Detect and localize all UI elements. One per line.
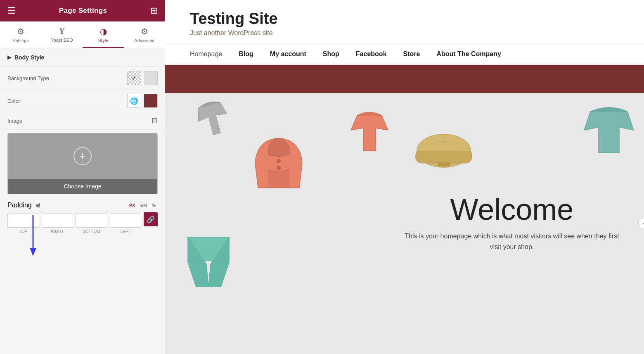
image-monitor-icon: 🖥 xyxy=(150,116,158,125)
color-swatch[interactable] xyxy=(144,94,158,108)
padding-bottom-label: BOTTOM xyxy=(83,229,100,234)
padding-section: Padding 🖥 PX EM % TOP RIGHT xyxy=(0,197,165,239)
padding-monitor-icon: 🖥 xyxy=(34,202,41,209)
main-content: Testing Site Just another WordPress site… xyxy=(165,0,644,354)
svg-point-5 xyxy=(277,159,281,163)
unit-px-btn[interactable]: PX xyxy=(128,202,137,209)
hero-banner xyxy=(165,65,644,93)
background-type-solid-btn[interactable]: ✓ xyxy=(127,71,141,85)
link-padding-button[interactable]: 🔗 xyxy=(144,212,158,226)
image-label: Image xyxy=(7,118,150,124)
hero-content: ‹ xyxy=(165,93,644,354)
yoast-icon: Y xyxy=(59,27,65,36)
page-settings-title: Page Settings xyxy=(59,7,107,15)
welcome-heading: Welcome xyxy=(405,195,619,224)
padding-bottom-input[interactable] xyxy=(76,214,107,228)
tab-settings-label: Settings xyxy=(12,38,29,43)
clothing-tan-cap xyxy=(413,126,475,176)
tab-yoast-label: Yoast SEO xyxy=(51,38,73,43)
color-row: Color 🌐 xyxy=(0,90,165,112)
background-type-image-btn[interactable] xyxy=(144,71,158,85)
hamburger-icon[interactable]: ☰ xyxy=(7,5,16,16)
svg-marker-4 xyxy=(584,112,634,153)
background-type-label: Background Type xyxy=(7,75,127,81)
tab-style-label: Style xyxy=(98,38,108,43)
color-label: Color xyxy=(7,98,127,104)
unit-em-btn[interactable]: EM xyxy=(139,202,149,209)
welcome-subtext: This is your homepage which is what most… xyxy=(405,231,619,252)
grid-icon[interactable]: ⊞ xyxy=(150,5,158,16)
sidebar-header: ☰ Page Settings ⊞ xyxy=(0,0,165,21)
background-type-row: Background Type ✓ xyxy=(0,67,165,90)
padding-top-label: TOP xyxy=(19,229,27,234)
add-image-icon: + xyxy=(73,147,92,165)
svg-rect-8 xyxy=(438,162,450,166)
image-controls: 🖥 xyxy=(150,116,158,125)
padding-unit-buttons: PX EM % xyxy=(128,202,158,209)
tab-advanced-label: Advanced xyxy=(135,38,155,43)
image-section: Image 🖥 + Choose Image xyxy=(0,112,165,194)
clothing-gray-shirt xyxy=(194,97,231,138)
padding-label: Padding xyxy=(7,202,32,209)
tab-yoast-seo[interactable]: Y Yoast SEO xyxy=(41,21,83,48)
svg-marker-3 xyxy=(351,116,388,151)
site-header: Testing Site Just another WordPress site xyxy=(165,0,644,43)
padding-right-field: RIGHT xyxy=(42,214,73,234)
section-collapse-arrow: ▶ xyxy=(7,55,11,60)
nav-facebook[interactable]: Facebook xyxy=(356,50,387,58)
padding-top-input[interactable] xyxy=(7,214,39,228)
color-controls: 🌐 xyxy=(127,94,158,108)
tab-advanced[interactable]: ⚙ Advanced xyxy=(124,21,165,48)
nav-store[interactable]: Store xyxy=(403,50,420,58)
hero-text: Welcome This is your homepage which is w… xyxy=(405,195,619,252)
choose-image-button[interactable]: Choose Image xyxy=(8,179,157,194)
padding-left-input[interactable] xyxy=(110,214,142,228)
nav-shop[interactable]: Shop xyxy=(323,50,339,58)
body-style-section[interactable]: ▶ Body Style xyxy=(0,48,165,67)
site-nav: Homepage Blog My account Shop Facebook S… xyxy=(165,43,644,65)
sidebar-content: ▶ Body Style Background Type ✓ Color 🌐 xyxy=(0,48,165,354)
padding-label-group: Padding 🖥 xyxy=(7,202,41,209)
background-type-controls: ✓ xyxy=(127,71,158,85)
unit-percent-btn[interactable]: % xyxy=(150,202,158,209)
style-icon: ◑ xyxy=(100,26,107,36)
body-style-label: Body Style xyxy=(14,54,44,61)
nav-blog[interactable]: Blog xyxy=(239,50,253,58)
nav-my-account[interactable]: My account xyxy=(270,50,306,58)
clothing-teal-shorts xyxy=(184,233,233,287)
image-preview[interactable]: + xyxy=(8,133,157,179)
image-upload-area[interactable]: + Choose Image xyxy=(7,133,158,194)
svg-point-6 xyxy=(277,166,281,170)
clothing-pink-jacket xyxy=(252,134,305,192)
image-row: Image 🖥 xyxy=(0,112,165,130)
clothing-pink-shirt xyxy=(347,105,392,155)
site-title: Testing Site xyxy=(190,10,619,28)
clothing-teal-shirt xyxy=(582,99,636,157)
sidebar-tabs: ⚙ Settings Y Yoast SEO ◑ Style ⚙ Advance… xyxy=(0,21,165,48)
nav-homepage[interactable]: Homepage xyxy=(190,50,222,58)
padding-bottom-field: BOTTOM xyxy=(76,214,107,234)
settings-icon: ⚙ xyxy=(17,26,24,36)
sidebar: ☰ Page Settings ⊞ ⚙ Settings Y Yoast SEO… xyxy=(0,0,165,354)
padding-right-input[interactable] xyxy=(42,214,73,228)
padding-left-field: LEFT xyxy=(110,214,142,234)
padding-top-field: TOP xyxy=(7,214,39,234)
nav-about-company[interactable]: About The Company xyxy=(436,50,501,58)
svg-marker-1 xyxy=(30,248,36,256)
padding-label-row: Padding 🖥 PX EM % xyxy=(7,202,158,209)
padding-inputs: TOP RIGHT BOTTOM LEFT 🔗 xyxy=(7,212,158,235)
padding-left-label: LEFT xyxy=(121,229,130,234)
tab-settings[interactable]: ⚙ Settings xyxy=(0,21,41,48)
padding-right-label: RIGHT xyxy=(51,229,64,234)
site-tagline: Just another WordPress site xyxy=(190,29,619,37)
color-global-btn[interactable]: 🌐 xyxy=(127,94,141,108)
tab-style[interactable]: ◑ Style xyxy=(83,21,124,48)
advanced-icon: ⚙ xyxy=(141,26,148,36)
